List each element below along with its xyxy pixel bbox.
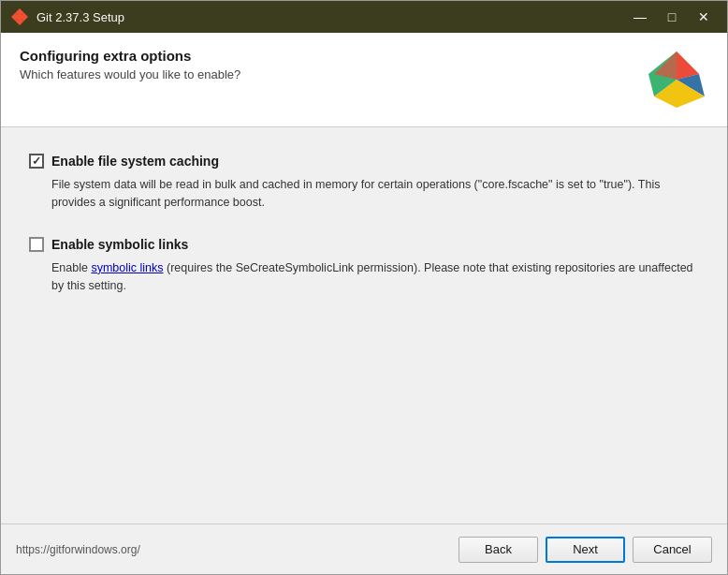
symlinks-desc-prefix: Enable (51, 261, 91, 274)
page-title: Configuring extra options (20, 48, 240, 64)
option-symlinks: Enable symbolic links Enable symbolic li… (29, 237, 699, 296)
footer: https://gitforwindows.org/ Back Next Can… (1, 523, 727, 574)
git-logo (645, 48, 708, 111)
page-subtitle: Which features would you like to enable? (20, 67, 240, 81)
symlinks-checkbox[interactable] (29, 237, 44, 252)
setup-window: Git 2.37.3 Setup — □ ✕ Configuring extra… (0, 0, 728, 575)
option-symlinks-header: Enable symbolic links (29, 237, 699, 252)
maximize-button[interactable]: □ (658, 7, 686, 27)
cancel-button[interactable]: Cancel (633, 537, 712, 563)
close-button[interactable]: ✕ (690, 7, 718, 27)
option-fscache-header: Enable file system caching (29, 154, 699, 169)
title-bar-controls: — □ ✕ (626, 7, 718, 27)
fscache-description: File system data will be read in bulk an… (51, 176, 699, 213)
symbolic-links-link[interactable]: symbolic links (91, 261, 163, 274)
footer-link: https://gitforwindows.org/ (16, 543, 140, 556)
window-title: Git 2.37.3 Setup (36, 10, 124, 24)
title-bar: Git 2.37.3 Setup — □ ✕ (1, 1, 727, 33)
next-button[interactable]: Next (546, 537, 625, 563)
fscache-label: Enable file system caching (51, 154, 219, 169)
header-section: Configuring extra options Which features… (1, 33, 727, 127)
title-bar-left: Git 2.37.3 Setup (10, 7, 124, 26)
option-fscache: Enable file system caching File system d… (29, 154, 699, 213)
fscache-checkbox[interactable] (29, 154, 44, 169)
git-title-icon (10, 7, 29, 26)
content-area: Enable file system caching File system d… (1, 127, 727, 523)
minimize-button[interactable]: — (626, 7, 654, 27)
symlinks-label: Enable symbolic links (51, 237, 188, 252)
back-button[interactable]: Back (459, 537, 538, 563)
fscache-desc-text: File system data will be read in bulk an… (51, 178, 660, 209)
footer-buttons: Back Next Cancel (459, 537, 712, 563)
header-text: Configuring extra options Which features… (20, 48, 240, 81)
symlinks-description: Enable symbolic links (requires the SeCr… (51, 259, 699, 296)
